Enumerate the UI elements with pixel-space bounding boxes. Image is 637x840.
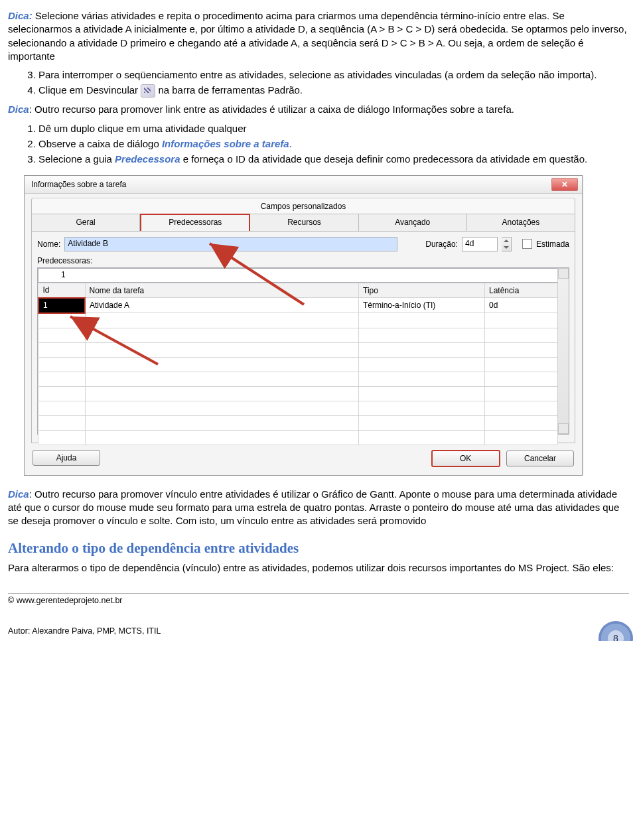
tip-text-2: : Outro recurso para promover link entre… (29, 104, 514, 115)
ok-label: OK (460, 453, 471, 464)
scroll-down-icon[interactable] (558, 423, 569, 434)
col-id[interactable]: Id (38, 283, 85, 298)
tip-paragraph-3: Dica: Outro recurso para promover víncul… (8, 488, 629, 528)
tip-label-2: Dica (8, 104, 29, 115)
nome-row: Nome: Atividade B Duração: 4d Estimada (37, 237, 569, 251)
col-nome[interactable]: Nome da tarefa (85, 283, 359, 298)
table-row[interactable] (38, 430, 558, 445)
predecessors-grid[interactable]: 1 Id Nome da tarefa Tipo Latência 1 Ativ… (37, 267, 569, 435)
tab-row-main: Geral Predecessoras Recursos Avançado An… (31, 214, 575, 230)
tab-avancado[interactable]: Avançado (359, 214, 467, 230)
scroll-up-icon[interactable] (558, 268, 569, 279)
cell-nome[interactable]: Atividade A (85, 298, 359, 313)
col-latencia[interactable]: Latência (485, 283, 558, 298)
cell-id-value: 1 (43, 301, 48, 310)
grid-edit-value: 1 (41, 270, 66, 279)
help-label: Ajuda (56, 453, 77, 463)
nome-field[interactable]: Atividade B (64, 237, 397, 251)
close-icon[interactable]: ✕ (551, 178, 578, 191)
tab-geral[interactable]: Geral (31, 214, 140, 230)
duracao-stepper[interactable] (502, 237, 512, 251)
task-info-dialog: Informações sobre a tarefa ✕ Campos pers… (24, 175, 583, 476)
tab-recursos[interactable]: Recursos (250, 214, 358, 230)
list2-item-1-text: Dê um duplo clique em uma atividade qual… (38, 123, 247, 134)
col-nome-label: Nome da tarefa (90, 286, 145, 295)
tip-text-3: : Outro recurso para promover vínculo en… (8, 488, 619, 527)
grid-header-row: Id Nome da tarefa Tipo Latência (38, 283, 558, 298)
cancel-label: Cancelar (524, 453, 556, 464)
estimada-checkbox[interactable] (522, 239, 532, 249)
paragraph-4: Para alterarmos o tipo de dependência (v… (8, 561, 629, 575)
dialog-screenshot: Informações sobre a tarefa ✕ Campos pers… (24, 175, 629, 476)
term-predecessora: Predecessora (115, 153, 180, 165)
tip-label-3: Dica (8, 488, 29, 500)
list-item-4-text-a: Clique em Desvincular (38, 84, 138, 96)
list2-item-3c: e forneça o ID da atividade que deseja d… (180, 153, 588, 165)
tab-campos-personalizados[interactable]: Campos personalizados (31, 198, 575, 214)
section-heading: Alterando o tipo de dependência entre at… (8, 539, 629, 557)
footer-author-text: Autor: Alexandre Paiva, PMP, MCTS, ITIL (8, 626, 161, 637)
tab-recursos-label: Recursos (287, 218, 321, 227)
duracao-label: Duração: (425, 239, 458, 249)
cell-latencia[interactable]: 0d (485, 298, 558, 313)
dialog-body: Campos personalizados Geral Predecessora… (25, 194, 582, 475)
col-id-label: Id (43, 285, 50, 295)
tab-row-top: Campos personalizados (31, 198, 575, 214)
cell-tipo[interactable]: Término-a-Início (TI) (359, 298, 485, 313)
table-row[interactable] (38, 342, 558, 357)
footer-row: Autor: Alexandre Paiva, PMP, MCTS, ITIL … (8, 621, 629, 641)
tip-text-1: Selecione várias atividades e repita o p… (8, 10, 627, 62)
nome-label: Nome: (37, 239, 60, 249)
dialog-titlebar: Informações sobre a tarefa ✕ (25, 176, 582, 194)
help-button[interactable]: Ajuda (33, 450, 100, 466)
page-number: 8 (613, 632, 618, 641)
list2-item-3a: Selecione a guia (38, 153, 115, 165)
list2-item-2: Observe a caixa de diálogo Informações s… (38, 137, 629, 151)
dialog-title-text: Informações sobre a tarefa (31, 179, 126, 190)
table-row[interactable] (38, 415, 558, 430)
table-row[interactable] (38, 401, 558, 415)
nome-value: Atividade B (68, 239, 108, 248)
list2-item-2a: Observe a caixa de diálogo (38, 138, 162, 149)
cell-id[interactable]: 1 (38, 298, 85, 313)
tab-anotacoes[interactable]: Anotações (467, 214, 575, 230)
term-info-tarefa: Informações sobre a tarefa (162, 138, 289, 149)
list-item-4-text-b: na barra de ferramentas Padrão. (158, 84, 303, 96)
table-row[interactable] (38, 357, 558, 372)
table-row[interactable]: 1 Atividade A Término-a-Início (TI) 0d (38, 298, 558, 313)
list-item-3: Para interromper o seqüenciamento entre … (38, 68, 629, 82)
cell-nome-value: Atividade A (90, 301, 129, 310)
table-row[interactable] (38, 328, 558, 342)
list-item-4: Clique em Desvincular na barra de ferram… (38, 84, 629, 98)
grid-edit-row[interactable]: 1 (38, 268, 558, 283)
table-row[interactable] (38, 313, 558, 328)
cell-tipo-value: Término-a-Início (TI) (363, 301, 435, 310)
duracao-value: 4d (465, 239, 474, 248)
cancel-button[interactable]: Cancelar (506, 451, 574, 466)
ordered-list-2: Dê um duplo clique em uma atividade qual… (8, 122, 629, 167)
cell-lat-value: 0d (489, 301, 498, 310)
unlink-icon (141, 84, 155, 98)
list2-item-1: Dê um duplo clique em uma atividade qual… (38, 122, 629, 135)
list-item-3-text: Para interromper o seqüenciamento entre … (38, 69, 597, 80)
list2-item-3: Selecione a guia Predecessora e forneça … (38, 153, 629, 166)
duracao-field[interactable]: 4d (462, 237, 498, 251)
ok-button[interactable]: OK (431, 450, 500, 467)
col-tipo-label: Tipo (363, 286, 378, 295)
tip-paragraph-2: Dica: Outro recurso para promover link e… (8, 103, 629, 116)
tip-paragraph-1: Dica: Selecione várias atividades e repi… (8, 9, 629, 63)
col-tipo[interactable]: Tipo (359, 283, 485, 298)
table-row[interactable] (38, 386, 558, 401)
tab-content: Nome: Atividade B Duração: 4d Estimada P… (31, 231, 575, 443)
scrollbar[interactable] (557, 268, 569, 434)
tip-label: Dica: (8, 10, 33, 21)
table-row[interactable] (38, 372, 558, 386)
predec-label-row: Predecessoras: (37, 255, 569, 266)
ordered-list-1: Para interromper o seqüenciamento entre … (8, 68, 629, 98)
tab-avancado-label: Avançado (395, 218, 430, 227)
tab-predecessoras-label: Predecessoras (169, 218, 222, 227)
tab-geral-label: Geral (76, 218, 95, 227)
tab-predecessoras[interactable]: Predecessoras (140, 214, 250, 230)
estimada-label: Estimada (536, 239, 569, 249)
col-latencia-label: Latência (489, 286, 519, 295)
